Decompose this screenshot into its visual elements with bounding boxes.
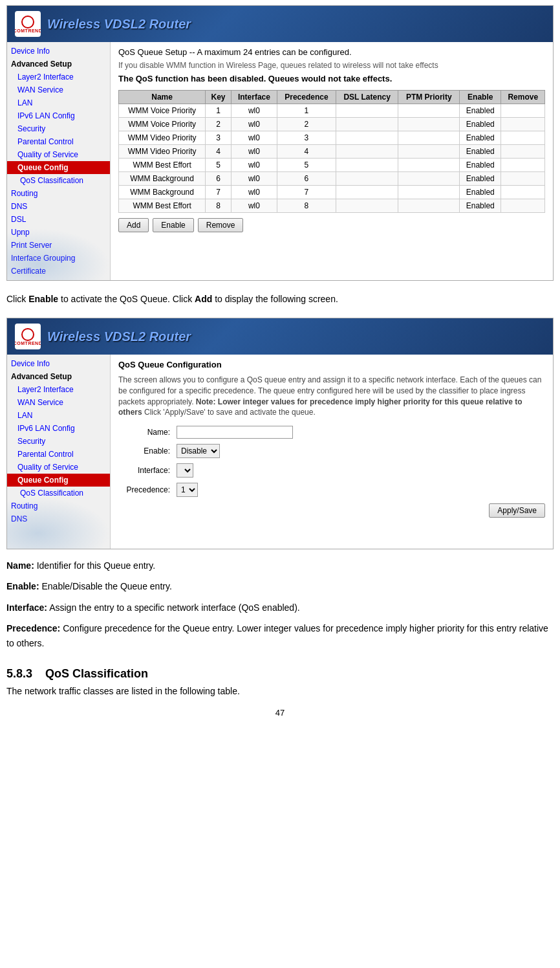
router-screenshot-2: COMTREND Wireless VDSL2 Router Device In… (6, 318, 554, 549)
table-cell-precedence: 3 (277, 131, 336, 145)
table-row: WMM Best Effort5wl05Enabled (119, 159, 545, 172)
table-cell-name: WMM Best Effort (119, 199, 206, 213)
table-cell-precedence: 4 (277, 145, 336, 159)
sidebar-item-lan[interactable]: LAN (7, 96, 110, 109)
sidebar-item-ipv6[interactable]: IPv6 LAN Config (7, 109, 110, 122)
table-cell-key: 6 (206, 172, 232, 186)
table-cell-remove (501, 199, 545, 213)
term-precedence: Precedence: (6, 623, 60, 633)
router-screenshot-1: COMTREND Wireless VDSL2 Router Device In… (6, 5, 554, 281)
table-cell-enable: Enabled (460, 159, 501, 172)
apply-row: Apply/Save (118, 503, 545, 518)
table-cell-key: 8 (206, 199, 232, 213)
table-cell-enable: Enabled (460, 186, 501, 199)
table-cell-remove (501, 186, 545, 199)
table-row: WMM Best Effort8wl08Enabled (119, 199, 545, 213)
comtrend-logo-2: COMTREND (15, 324, 41, 349)
col-header-remove: Remove (501, 91, 545, 104)
remove-button[interactable]: Remove (198, 218, 244, 232)
table-cell-interface: wl0 (231, 199, 277, 213)
apply-save-button[interactable]: Apply/Save (489, 503, 545, 518)
table-cell-enable: Enabled (460, 145, 501, 159)
table-cell-key: 1 (206, 104, 232, 118)
sidebar-item-device-info[interactable]: Device Info (7, 45, 110, 58)
table-cell-ptm_priority (398, 131, 460, 145)
table-cell-key: 7 (206, 186, 232, 199)
table-cell-remove (501, 172, 545, 186)
term-name: Name: (6, 560, 34, 571)
table-cell-interface: wl0 (231, 159, 277, 172)
table-cell-remove (501, 118, 545, 131)
table-cell-dsl_latency (336, 172, 398, 186)
interface-select[interactable] (177, 463, 193, 478)
table-cell-interface: wl0 (231, 118, 277, 131)
desc-precedence-text: Configure precedence for the Queue entry… (6, 623, 548, 648)
sidebar2-parental[interactable]: Parental Control (7, 448, 110, 461)
table-cell-interface: wl0 (231, 186, 277, 199)
table-cell-precedence: 1 (277, 104, 336, 118)
table-cell-enable: Enabled (460, 118, 501, 131)
sidebar-2: Device Info Advanced Setup Layer2 Interf… (7, 355, 111, 549)
logo-text-2: COMTREND (15, 341, 41, 346)
table-row: WMM Background6wl06Enabled (119, 172, 545, 186)
sidebar-item-layer2[interactable]: Layer2 Interface (7, 71, 110, 83)
table-cell-precedence: 2 (277, 118, 336, 131)
sidebar2-ipv6[interactable]: IPv6 LAN Config (7, 422, 110, 435)
section-number: 5.8.3 (6, 667, 32, 680)
table-cell-precedence: 8 (277, 199, 336, 213)
logo-globe (21, 16, 34, 28)
table-row: WMM Video Priority4wl04Enabled (119, 145, 545, 159)
name-input[interactable] (177, 426, 293, 439)
table-cell-precedence: 5 (277, 159, 336, 172)
table-cell-dsl_latency (336, 199, 398, 213)
router-title-2: Wireless VDSL2 Router (47, 329, 191, 344)
config-title: QoS Queue Configuration (118, 360, 545, 369)
col-header-enable: Enable (460, 91, 501, 104)
enable-label: Enable: (118, 446, 177, 456)
router-body-1: Device Info Advanced Setup Layer2 Interf… (7, 42, 553, 280)
desc-interface-text: Assign the entry to a specific network i… (49, 602, 300, 613)
add-button[interactable]: Add (118, 218, 149, 232)
table-cell-key: 2 (206, 118, 232, 131)
table-cell-ptm_priority (398, 159, 460, 172)
sidebar-item-security[interactable]: Security (7, 122, 110, 135)
table-cell-dsl_latency (336, 131, 398, 145)
term-enable: Enable: (6, 581, 39, 591)
table-cell-remove (501, 131, 545, 145)
sidebar2-device-info[interactable]: Device Info (7, 357, 110, 370)
sidebar2-security[interactable]: Security (7, 435, 110, 448)
table-cell-dsl_latency (336, 186, 398, 199)
precedence-select[interactable]: 1 2 3 4 5 6 7 8 (177, 483, 198, 497)
sidebar-item-qos[interactable]: Quality of Service (7, 148, 110, 161)
table-cell-dsl_latency (336, 104, 398, 118)
config-form: Name: Enable: Disable Enable Interface: (118, 426, 545, 497)
sidebar-item-parental[interactable]: Parental Control (7, 135, 110, 148)
table-cell-interface: wl0 (231, 145, 277, 159)
desc-interface: Interface: Assign the entry to a specifi… (6, 600, 554, 615)
form-row-name: Name: (118, 426, 545, 439)
table-cell-key: 5 (206, 159, 232, 172)
sidebar2-qos[interactable]: Quality of Service (7, 461, 110, 474)
term-interface: Interface: (6, 602, 47, 613)
table-cell-dsl_latency (336, 118, 398, 131)
enable-button[interactable]: Enable (153, 218, 193, 232)
sidebar-item-dsl[interactable]: DSL (7, 213, 110, 226)
sidebar2-wan[interactable]: WAN Service (7, 396, 110, 409)
desc-name: Name: Identifier for this Queue entry. (6, 558, 554, 573)
table-cell-interface: wl0 (231, 104, 277, 118)
sidebar-item-queue-config[interactable]: Queue Config (7, 161, 110, 174)
section-intro: The network traffic classes are listed i… (0, 683, 560, 701)
desc-section: Name: Identifier for this Queue entry. E… (0, 555, 560, 661)
section-heading: 5.8.3 QoS Classification (0, 661, 560, 683)
sidebar-item-wan-service[interactable]: WAN Service (7, 83, 110, 96)
sidebar-item-routing[interactable]: Routing (7, 187, 110, 200)
enable-select[interactable]: Disable Enable (177, 444, 220, 458)
sidebar-item-dns[interactable]: DNS (7, 200, 110, 213)
sidebar2-queue-config[interactable]: Queue Config (7, 474, 110, 487)
sidebar-item-qos-class[interactable]: QoS Classification (7, 174, 110, 187)
sidebar2-layer2[interactable]: Layer2 Interface (7, 383, 110, 396)
table-cell-remove (501, 104, 545, 118)
desc-name-text: Identifier for this Queue entry. (37, 560, 155, 571)
sidebar2-lan[interactable]: LAN (7, 409, 110, 422)
desc-enable: Enable: Enable/Disable the Queue entry. (6, 579, 554, 593)
